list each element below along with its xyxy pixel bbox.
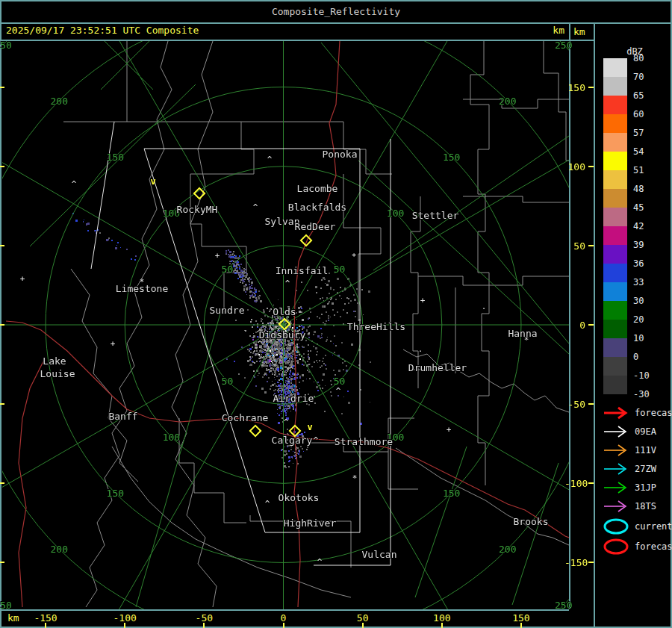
- map-bottom-border: [0, 609, 569, 611]
- left-axis-tick-mark: [0, 166, 4, 167]
- colorbar-tick-label: 36: [633, 259, 666, 268]
- town-asterisk-marker: *: [352, 473, 358, 483]
- range-ring-label: 250: [0, 39, 12, 50]
- city-label-strathmore: Strathmore: [335, 436, 393, 447]
- bottom-axis-tick-label: -50: [196, 612, 213, 624]
- town-caret-marker: ^: [314, 435, 319, 445]
- city-label-airdrie: Airdrie: [273, 393, 314, 404]
- town-caret-marker: ^: [267, 155, 273, 164]
- range-ring-label: 50: [334, 263, 346, 274]
- left-axis-tick-mark: [0, 324, 4, 326]
- bottom-axis-tick-mark: [203, 623, 205, 628]
- left-axis-tick-mark: [0, 482, 4, 484]
- colorbar-color-swatch: [603, 226, 627, 245]
- right-axis-tick-label: 150: [564, 82, 585, 93]
- radar-site-check-icon: v: [150, 176, 155, 187]
- city-label-vulcan: Vulcan: [362, 549, 397, 560]
- title-separator: [0, 22, 672, 24]
- bottom-axis-tick-label: -150: [34, 612, 57, 624]
- right-axis-tick-mark: [588, 403, 594, 405]
- legend-symbol-arrow-09EA: [602, 423, 632, 440]
- city-label-blackfalds: Blackfalds: [288, 202, 346, 213]
- radar-site-check-icon: v: [307, 422, 312, 432]
- colorbar-tick-label: -10: [633, 371, 666, 380]
- left-axis-tick-mark: [0, 87, 4, 88]
- colorbar-color-swatch: [603, 96, 627, 114]
- colorbar-tick-label: 39: [633, 240, 666, 249]
- right-axis-tick-mark: [588, 166, 594, 167]
- city-label-highriver: HighRiver: [284, 517, 336, 529]
- city-label-okotoks: Okotoks: [279, 492, 320, 503]
- colorbar-tick-label: 54: [633, 147, 666, 156]
- colorbar-tick-label: 0: [633, 352, 666, 361]
- legend-label-27ZW: 27ZW: [635, 464, 656, 473]
- city-label-didsbury: Didsbury: [259, 329, 306, 341]
- right-axis-tick-label: -100: [564, 478, 585, 489]
- legend-label-forecast: forecast: [635, 542, 672, 551]
- legend-symbol-arrow-27ZW: [602, 461, 632, 477]
- town-dot-marker: ·: [482, 304, 487, 314]
- city-label-drumheller: Drumheller: [408, 362, 467, 373]
- legend-symbol-ellipse-current: [602, 518, 632, 535]
- bottom-axis-tick-label: 50: [357, 612, 369, 624]
- colorbar-color-swatch: [603, 245, 627, 264]
- city-label-reddeer: RedDeer: [295, 221, 336, 232]
- colorbar-tick-label: 65: [633, 91, 666, 100]
- km-unit-right-axis: km: [573, 26, 585, 37]
- legend-label-18TS: 18TS: [635, 502, 656, 511]
- bottom-axis-tick-mark: [124, 623, 125, 628]
- city-label-olds: Olds: [273, 306, 296, 317]
- right-axis-tick-mark: [588, 87, 594, 88]
- town-plus-marker: +: [215, 251, 220, 261]
- range-ring-label: 50: [334, 376, 346, 387]
- bottom-axis-tick-label: 100: [433, 612, 450, 624]
- town-dot-marker: ·: [418, 346, 423, 356]
- radar-viewer-window: { "title": "Composite_Reflectivity", "he…: [0, 0, 672, 628]
- town-caret-marker: ^: [253, 202, 258, 212]
- colorbar-color-swatch: [603, 58, 627, 77]
- colorbar-color-swatch: [603, 189, 627, 208]
- left-axis-tick-mark: [0, 403, 4, 405]
- city-label-cochrane: Cochrane: [222, 412, 269, 423]
- bottom-axis-tick-mark: [45, 623, 46, 628]
- city-label-rockymh: RockyMH: [177, 204, 218, 215]
- legend-symbol-ellipse-forecast: [602, 538, 632, 555]
- bottom-axis-tick-mark: [520, 623, 522, 628]
- left-axis-tick-mark: [0, 562, 4, 563]
- timestamp-label: 2025/09/17 23:52:51 UTC Composite: [6, 25, 199, 36]
- legend-label-09EA: 09EA: [635, 427, 656, 436]
- right-axis-tick-label: -50: [564, 399, 585, 410]
- city-label-threehills: ThreeHills: [347, 321, 405, 332]
- colorbar-color-swatch: [603, 114, 627, 133]
- range-ring-label: 200: [51, 544, 68, 555]
- range-ring-label: 150: [443, 151, 460, 162]
- city-label-stettler: Stettler: [412, 210, 459, 221]
- colorbar-tick-label: 80: [633, 54, 666, 63]
- right-axis-tick-label: 50: [564, 240, 585, 252]
- right-axis-tick-label: -150: [564, 557, 585, 568]
- city-label-hanna: Hanna: [508, 328, 537, 339]
- town-caret-marker: ^: [265, 499, 270, 509]
- town-plus-marker: +: [420, 296, 426, 305]
- bottom-axis-tick-label: -100: [113, 612, 137, 624]
- colorbar-color-swatch: [603, 338, 627, 357]
- city-label-calgary: Calgary: [272, 435, 313, 446]
- town-caret-marker: ^: [317, 557, 323, 567]
- city-label-sundre: Sundre: [210, 305, 245, 316]
- legend-label-current: current: [635, 522, 672, 531]
- range-ring-label: 200: [499, 95, 516, 106]
- town-asterisk-marker: *: [140, 277, 145, 287]
- colorbar-color-swatch: [603, 77, 627, 96]
- right-axis-tick-mark: [588, 482, 594, 484]
- town-caret-marker: ^: [285, 279, 290, 288]
- range-ring-label: 200: [499, 544, 516, 555]
- city-label-lake: Lake: [43, 355, 66, 367]
- colorbar-tick-label: -30: [633, 390, 666, 399]
- colorbar-color-swatch: [603, 170, 627, 189]
- colorbar-tick-label: 10: [633, 334, 666, 343]
- colorbar-tick-label: 60: [633, 110, 666, 119]
- colorbar-color-swatch: [603, 133, 627, 152]
- legend-label-31JP: 31JP: [635, 483, 656, 492]
- town-caret-marker: ^: [336, 386, 341, 396]
- colorbar-tick-label: 45: [633, 203, 666, 212]
